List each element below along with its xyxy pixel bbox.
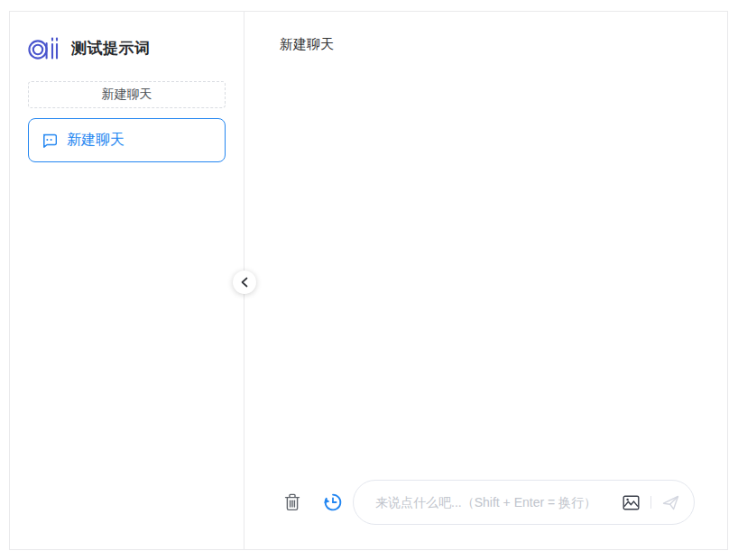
composer xyxy=(244,480,727,549)
chat-messages-area xyxy=(244,53,727,480)
image-icon xyxy=(623,495,640,510)
chat-list-item-selected[interactable]: 新建聊天 xyxy=(28,118,226,162)
send-icon xyxy=(662,495,679,510)
chat-panel: 新建聊天 xyxy=(244,12,727,549)
sidebar: 测试提示词 新建聊天 新建聊天 xyxy=(10,12,244,549)
chat-item-label: 新建聊天 xyxy=(67,131,125,150)
app-title: 测试提示词 xyxy=(71,38,151,59)
composer-divider xyxy=(650,496,651,509)
new-chat-button[interactable]: 新建聊天 xyxy=(28,81,226,108)
trash-icon xyxy=(284,493,300,511)
send-button[interactable] xyxy=(662,495,679,510)
brand: 测试提示词 xyxy=(28,35,226,60)
upload-image-button[interactable] xyxy=(623,495,640,510)
app-window: 测试提示词 新建聊天 新建聊天 新建聊天 xyxy=(9,11,728,550)
ai-logo-icon xyxy=(28,36,60,60)
chevron-left-icon xyxy=(240,277,249,288)
message-input-wrapper xyxy=(353,480,695,525)
collapse-sidebar-button[interactable] xyxy=(233,271,256,294)
history-button[interactable] xyxy=(323,492,343,512)
clear-chat-button[interactable] xyxy=(284,493,300,511)
chat-bubble-icon xyxy=(42,133,57,148)
chat-title: 新建聊天 xyxy=(244,12,727,53)
clock-history-icon xyxy=(323,492,343,512)
message-input[interactable] xyxy=(375,495,623,510)
